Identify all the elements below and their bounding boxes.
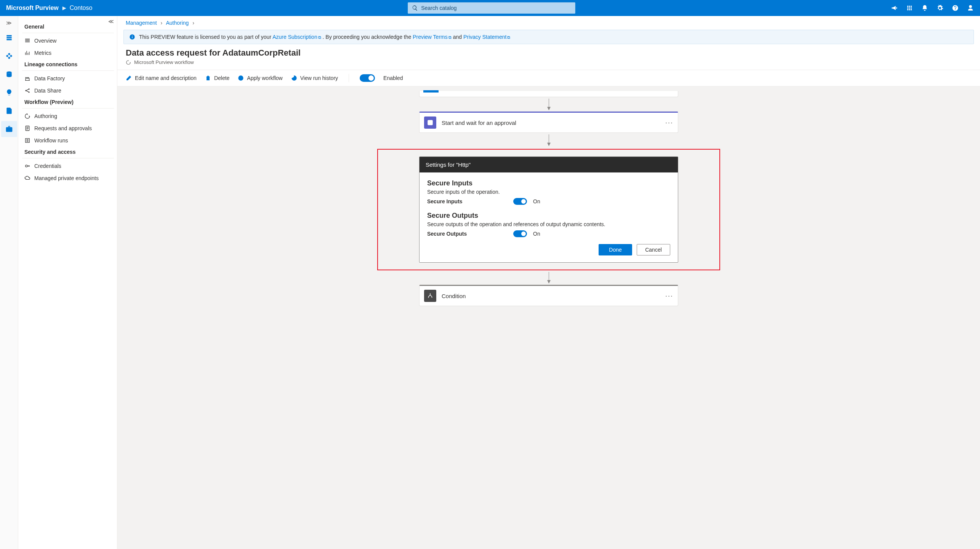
- sidebar-item-overview[interactable]: Overview: [22, 35, 114, 47]
- sidebar-item-requests[interactable]: Requests and approvals: [22, 122, 114, 134]
- external-link-icon: ⧉: [318, 35, 321, 40]
- sidebar-item-data-share[interactable]: Data Share: [22, 85, 114, 97]
- step-menu-button[interactable]: ···: [665, 292, 673, 300]
- page-title: Data access request for AdataumCorpRetai…: [126, 48, 972, 58]
- link-preview-terms[interactable]: Preview Terms⧉: [413, 34, 452, 40]
- sp-group-security: Security and access: [22, 147, 114, 157]
- external-link-icon: ⧉: [448, 35, 452, 40]
- tenant-name[interactable]: Contoso: [70, 5, 93, 11]
- rail-item-map[interactable]: [1, 48, 17, 64]
- divider: [22, 158, 114, 158]
- bell-icon[interactable]: [921, 5, 928, 11]
- secure-outputs-label: Secure Outputs: [427, 231, 507, 237]
- svg-point-2: [29, 89, 30, 90]
- main-area: Management › Authoring › This PREVIEW fe…: [117, 16, 980, 549]
- breadcrumb-authoring[interactable]: Authoring: [166, 20, 189, 26]
- rail-item-insights[interactable]: [1, 85, 17, 101]
- arrow-down-icon: ▾: [547, 142, 551, 146]
- edit-name-button[interactable]: Edit name and description: [126, 75, 197, 81]
- rail-item-management[interactable]: [1, 121, 17, 137]
- rail-item-policy[interactable]: [1, 103, 17, 119]
- view-run-history-button[interactable]: View run history: [291, 75, 338, 81]
- http-settings-card: Settings for "Http" Secure Inputs Secure…: [419, 156, 678, 263]
- approval-step-title: Start and wait for an approval: [442, 120, 660, 126]
- svg-rect-8: [132, 37, 132, 38]
- chevron-right-icon: ▶: [62, 5, 66, 11]
- flow-connector: ▾: [547, 272, 551, 283]
- sidebar-item-managed-endpoints[interactable]: Managed private endpoints: [22, 172, 114, 184]
- sidebar-item-metrics[interactable]: Metrics: [22, 47, 114, 59]
- enabled-toggle[interactable]: [360, 74, 375, 82]
- approval-step-card[interactable]: Start and wait for an approval ···: [419, 112, 678, 133]
- sp-group-lineage: Lineage connections: [22, 59, 114, 70]
- link-privacy-statement[interactable]: Privacy Statement⧉: [463, 34, 511, 40]
- chevron-right-icon: ›: [192, 20, 194, 26]
- command-bar: Edit name and description Delete Apply w…: [117, 70, 980, 86]
- secure-inputs-state: On: [533, 198, 540, 204]
- workflow-canvas[interactable]: ▾ Start and wait for an approval ··· ▾ S…: [117, 86, 980, 549]
- search-input[interactable]: [421, 5, 571, 11]
- divider: [22, 70, 114, 71]
- sidebar-item-label: Authoring: [34, 113, 57, 119]
- arrow-down-icon: ▾: [547, 106, 551, 110]
- approval-icon: [424, 117, 436, 129]
- page-header: Data access request for AdataumCorpRetai…: [117, 44, 980, 67]
- secure-inputs-toggle[interactable]: [513, 198, 527, 205]
- side-panel: ≪ General Overview Metrics Lineage conne…: [18, 16, 117, 549]
- delete-button[interactable]: Delete: [205, 75, 229, 81]
- sidebar-item-workflow-runs[interactable]: Workflow runs: [22, 134, 114, 147]
- sidebar-item-authoring[interactable]: Authoring: [22, 110, 114, 122]
- chevron-right-icon: ›: [161, 20, 163, 26]
- condition-step-title: Condition: [442, 293, 660, 299]
- svg-point-0: [6, 72, 11, 73]
- secure-outputs-toggle[interactable]: [513, 230, 527, 237]
- sidebar-item-label: Managed private endpoints: [34, 175, 99, 181]
- secure-inputs-desc: Secure inputs of the operation.: [427, 189, 670, 195]
- sidebar-item-label: Workflow runs: [34, 137, 68, 144]
- search-box[interactable]: [408, 2, 575, 14]
- enabled-label: Enabled: [383, 75, 403, 81]
- flow-connector: ▾: [547, 99, 551, 110]
- previous-step-stub[interactable]: [419, 91, 678, 97]
- done-button[interactable]: Done: [599, 244, 632, 255]
- secure-outputs-title: Secure Outputs: [427, 212, 670, 220]
- sidebar-item-label: Credentials: [34, 163, 61, 169]
- apply-workflow-button[interactable]: Apply workflow: [238, 75, 282, 81]
- secure-inputs-title: Secure Inputs: [427, 179, 670, 187]
- sidebar-item-credentials[interactable]: Credentials: [22, 160, 114, 172]
- megaphone-icon[interactable]: [891, 5, 898, 11]
- apps-icon[interactable]: [906, 5, 913, 11]
- top-bar: Microsoft Purview ▶ Contoso: [0, 0, 980, 16]
- step-menu-button[interactable]: ···: [665, 119, 673, 127]
- page-subtitle: Microsoft Purview workflow: [134, 59, 194, 65]
- sidebar-item-label: Overview: [34, 38, 56, 44]
- sp-group-workflow: Workflow (Preview): [22, 97, 114, 107]
- svg-rect-9: [132, 35, 132, 36]
- sidepanel-collapse-icon[interactable]: ≪: [108, 18, 114, 24]
- divider: [22, 108, 114, 109]
- flow-connector: ▾: [547, 134, 551, 146]
- external-link-icon: ⧉: [507, 35, 510, 40]
- secure-outputs-desc: Secure outputs of the operation and refe…: [427, 221, 670, 227]
- rail-expand-icon[interactable]: ≫: [6, 20, 12, 26]
- condition-step-card[interactable]: Condition ···: [419, 285, 678, 306]
- condition-icon: [424, 290, 436, 302]
- cancel-button[interactable]: Cancel: [637, 244, 670, 255]
- secure-outputs-state: On: [533, 231, 540, 237]
- sidebar-item-data-factory[interactable]: Data Factory: [22, 72, 114, 85]
- sidebar-item-label: Data Factory: [34, 75, 65, 81]
- sidebar-item-label: Metrics: [34, 50, 51, 56]
- sp-group-general: General: [22, 21, 114, 32]
- link-azure-subscription[interactable]: Azure Subscription⧉: [272, 34, 321, 40]
- divider: [349, 74, 349, 82]
- gear-icon[interactable]: [937, 5, 943, 11]
- divider: [22, 33, 114, 33]
- breadcrumb-management[interactable]: Management: [126, 20, 157, 26]
- banner-text: This PREVIEW feature is licensed to you …: [139, 34, 272, 40]
- user-icon[interactable]: [967, 5, 974, 11]
- highlight-box: Settings for "Http" Secure Inputs Secure…: [377, 149, 720, 270]
- rail-item-sources[interactable]: [1, 30, 17, 46]
- top-icons: [891, 5, 974, 11]
- rail-item-data[interactable]: [1, 66, 17, 82]
- help-icon[interactable]: [952, 5, 959, 11]
